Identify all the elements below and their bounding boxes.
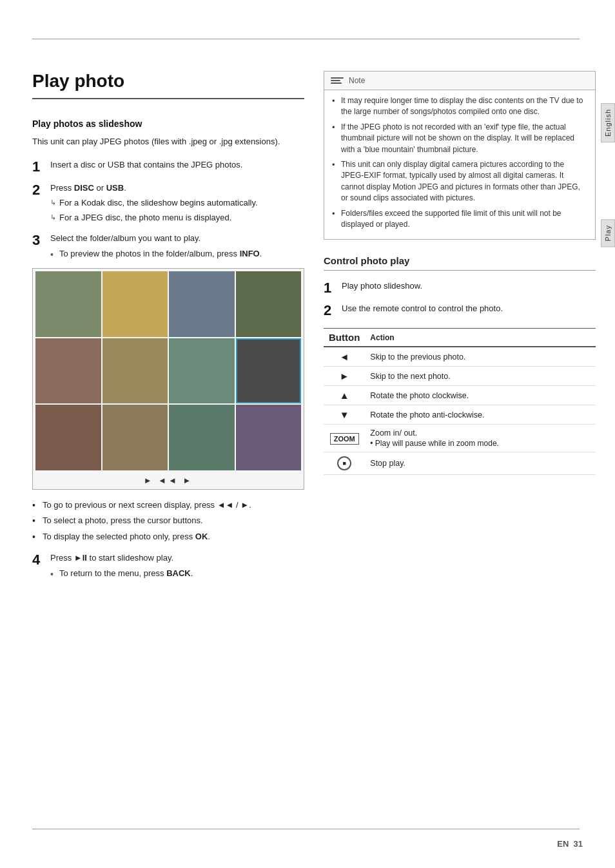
step-4-sub-1: To return to the menu, press BACK. — [50, 567, 304, 580]
control-step-2-text: Use the remote control to control the ph… — [342, 302, 503, 315]
step-2: 2 Press DISC or USB. For a Kodak disc, t… — [32, 182, 304, 226]
page-number: EN 31 — [557, 839, 583, 849]
action-up: Rotate the photo clockwise. — [365, 386, 596, 405]
photo-cell-4 — [236, 271, 302, 337]
right-column: Note It may require longer time to displ… — [324, 71, 596, 588]
step-4-content: Press ►II to start slideshow play. To re… — [50, 552, 304, 581]
table-row-next: ► Skip to the next photo. — [324, 367, 596, 386]
control-step-1-number: 1 — [324, 280, 342, 296]
photo-cell-12 — [236, 405, 302, 470]
control-section-title: Control photo play — [324, 255, 596, 271]
note-bullets: It may require longer time to display th… — [332, 95, 587, 230]
step-2-sub-2: For a JPEG disc, the photo menu is displ… — [50, 211, 304, 224]
bullet-select: To select a photo, press the cursor butt… — [32, 514, 304, 527]
intro-text: This unit can play JPEG photos (files wi… — [32, 135, 304, 148]
control-step-1: 1 Play photo slideshow. — [324, 280, 596, 296]
table-row-down: ▼ Rotate the photo anti-clockwise. — [324, 405, 596, 425]
table-row-up: ▲ Rotate the photo clockwise. — [324, 386, 596, 405]
photo-cell-2 — [102, 271, 168, 337]
zoom-box: ZOOM — [330, 433, 359, 445]
btn-up: ▲ — [324, 386, 365, 405]
action-stop: Stop play. — [365, 452, 596, 475]
action-down: Rotate the photo anti-clockwise. — [365, 405, 596, 425]
note-icon-line-3 — [331, 82, 342, 84]
photo-cell-7 — [169, 338, 235, 404]
btn-down: ▼ — [324, 405, 365, 425]
bullet-prev-next: To go to previous or next screen display… — [32, 499, 304, 512]
photo-cell-3 — [169, 271, 235, 337]
table-header-button: Button — [324, 329, 365, 347]
control-steps: 1 Play photo slideshow. 2 Use the remote… — [324, 280, 596, 319]
grid-controls: ► ◄◄ ► — [33, 473, 304, 489]
step-2-number: 2 — [32, 182, 50, 198]
note-header: Note — [324, 72, 595, 90]
step-4: 4 Press ►II to start slideshow play. To … — [32, 552, 304, 581]
note-icon-line-1 — [331, 77, 344, 79]
table-row-stop: ■ Stop play. — [324, 452, 596, 475]
note-bullet-1: It may require longer time to display th… — [332, 95, 587, 118]
btn-stop: ■ — [324, 452, 365, 475]
step-1: 1 Insert a disc or USB that contains the… — [32, 159, 304, 175]
table-row-zoom: ZOOM Zoom in/ out. Play will pause while… — [324, 425, 596, 452]
photo-grid-container: ► ◄◄ ► — [32, 268, 304, 490]
photo-cell-9 — [35, 405, 101, 470]
step-3-sub-1: To preview the photos in the folder/albu… — [50, 247, 304, 260]
photo-cell-8 — [236, 338, 302, 404]
after-grid-bullets: To go to previous or next screen display… — [32, 499, 304, 543]
step-2-sub-1: For a Kodak disc, the slideshow begins a… — [50, 197, 304, 209]
step-1-number: 1 — [32, 159, 50, 175]
slideshow-section-title: Play photos as slideshow — [32, 119, 304, 129]
action-zoom: Zoom in/ out. Play will pause while in z… — [365, 425, 596, 452]
table-header-action: Action — [365, 329, 596, 347]
note-bullet-3: This unit can only display digital camer… — [332, 159, 587, 204]
note-icon-line-2 — [331, 80, 340, 81]
photo-cell-1 — [35, 271, 101, 337]
note-bullet-2: If the JPEG photo is not recorded with a… — [332, 122, 587, 155]
page-title: Play photo — [32, 71, 304, 99]
btn-prev: ◄ — [324, 347, 365, 367]
note-label: Note — [349, 76, 365, 85]
note-icon — [331, 75, 344, 86]
stop-circle: ■ — [337, 456, 351, 470]
table-row-prev: ◄ Skip to the previous photo. — [324, 347, 596, 367]
photo-cell-5 — [35, 338, 101, 404]
btn-zoom: ZOOM — [324, 425, 365, 452]
bullet-display: To display the selected photo only, pres… — [32, 530, 304, 543]
control-step-2: 2 Use the remote control to control the … — [324, 302, 596, 319]
photo-cell-11 — [169, 405, 235, 470]
step-3: 3 Select the folder/album you want to pl… — [32, 232, 304, 262]
note-bullet-4: Folders/files exceed the supported file … — [332, 208, 587, 231]
control-step-1-text: Play photo slideshow. — [342, 280, 422, 293]
page: English Play Play photo Play photos as s… — [0, 0, 615, 868]
note-content: It may require longer time to display th… — [324, 90, 595, 239]
btn-next: ► — [324, 367, 365, 386]
side-tab-play: Play — [601, 219, 615, 247]
photo-cell-6 — [102, 338, 168, 404]
action-prev: Skip to the previous photo. — [365, 347, 596, 367]
top-rule — [32, 39, 580, 39]
step-2-content: Press DISC or USB. For a Kodak disc, the… — [50, 182, 304, 226]
step-3-content: Select the folder/album you want to play… — [50, 232, 304, 262]
step-1-content: Insert a disc or USB that contains the J… — [50, 159, 304, 171]
photo-grid — [33, 269, 304, 473]
bottom-rule — [32, 829, 580, 829]
photo-cell-10 — [102, 405, 168, 470]
step-3-number: 3 — [32, 232, 50, 249]
action-zoom-sub: Play will pause while in zoom mode. — [370, 439, 591, 448]
note-box: Note It may require longer time to displ… — [324, 71, 596, 240]
control-table: Button Action ◄ Skip to the previous pho… — [324, 328, 596, 475]
step-4-number: 4 — [32, 552, 50, 568]
action-next: Skip to the next photo. — [365, 367, 596, 386]
left-column: Play photo Play photos as slideshow This… — [32, 71, 304, 588]
control-step-2-number: 2 — [324, 302, 342, 319]
side-tab-english: English — [601, 103, 615, 142]
